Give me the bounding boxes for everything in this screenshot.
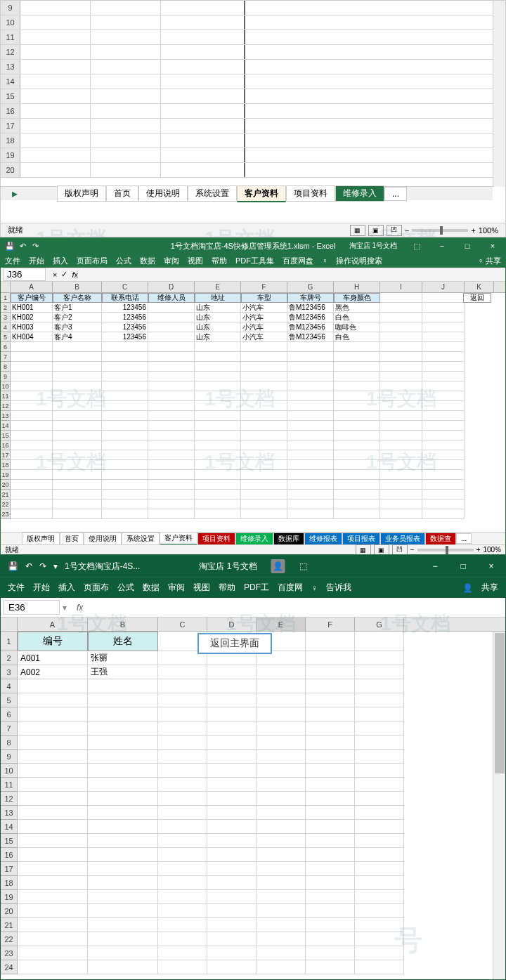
cell[interactable] bbox=[148, 322, 195, 332]
return-button[interactable]: 返回 bbox=[463, 293, 491, 303]
ribbon-pdf[interactable]: PDF工具集 bbox=[235, 256, 274, 266]
view-normal-icon[interactable]: ▦ bbox=[350, 225, 365, 236]
row-header[interactable]: 23 bbox=[1, 946, 18, 960]
row-header[interactable]: 8 bbox=[1, 362, 11, 372]
zoom-plus[interactable]: + bbox=[476, 546, 481, 554]
cell[interactable]: 小汽车 bbox=[241, 303, 287, 313]
tab-copyright[interactable]: 版权声明 bbox=[22, 533, 60, 545]
cell[interactable]: 客户2 bbox=[53, 313, 102, 322]
avatar[interactable]: 👤 bbox=[271, 559, 285, 573]
ribbon-view[interactable]: 视图 bbox=[188, 256, 203, 266]
col-header[interactable]: E bbox=[195, 282, 241, 292]
col-header[interactable]: G bbox=[355, 618, 404, 631]
row-header[interactable]: 3 bbox=[1, 665, 18, 679]
table-row[interactable]: 2KH001客户1123456山东小汽车鲁M123456黑色 bbox=[1, 303, 505, 313]
ribbon-file[interactable]: 文件 bbox=[5, 256, 20, 266]
row-header[interactable]: 19 bbox=[1, 470, 11, 480]
row-header[interactable]: 13 bbox=[1, 411, 11, 421]
table-row[interactable]: 5 bbox=[1, 693, 505, 707]
ribbon-help[interactable]: 帮助 bbox=[219, 582, 235, 594]
col-header[interactable]: I bbox=[380, 282, 422, 292]
table-row[interactable]: 15 bbox=[1, 834, 505, 848]
col-header[interactable]: G bbox=[287, 282, 334, 292]
row-header[interactable]: 11 bbox=[1, 30, 20, 44]
col-header[interactable]: C bbox=[102, 282, 148, 292]
ribbon-home[interactable]: 开始 bbox=[29, 256, 44, 266]
row-header[interactable]: 13 bbox=[1, 60, 20, 74]
row-header[interactable]: 18 bbox=[1, 460, 11, 470]
row-header[interactable]: 20 bbox=[1, 163, 20, 177]
tab-data-query[interactable]: 数据查 bbox=[425, 533, 456, 545]
cell[interactable]: 山东 bbox=[195, 332, 241, 342]
cell[interactable]: A002 bbox=[18, 665, 88, 679]
table-row[interactable]: 17 bbox=[1, 450, 505, 460]
table-row[interactable]: 15 bbox=[1, 431, 505, 440]
cell[interactable] bbox=[148, 303, 195, 313]
row-header[interactable]: 17 bbox=[1, 119, 20, 133]
row-header[interactable]: 10 bbox=[1, 15, 20, 30]
ribbon-share[interactable]: 共享 bbox=[481, 582, 498, 594]
table-row[interactable]: 14 bbox=[1, 421, 505, 431]
select-all-corner[interactable] bbox=[1, 282, 11, 292]
row-header[interactable]: 10 bbox=[1, 381, 11, 391]
grid-body[interactable]: 1编号姓名 返回主界面 2A001张丽3A002王强45678910111213… bbox=[1, 632, 505, 974]
table-row[interactable]: 11 bbox=[1, 391, 505, 401]
table-row[interactable]: 16 bbox=[1, 848, 505, 862]
row-header[interactable]: 3 bbox=[1, 313, 11, 322]
zoom-slider[interactable] bbox=[417, 549, 474, 551]
minimize-icon[interactable]: − bbox=[429, 238, 455, 254]
view-break-icon[interactable]: 凹 bbox=[387, 225, 402, 236]
zoom-minus[interactable]: − bbox=[405, 226, 409, 235]
row-header[interactable]: 12 bbox=[1, 401, 11, 411]
tab-home[interactable]: 首页 bbox=[106, 185, 138, 202]
account-link[interactable]: 淘宝店 1号文档 bbox=[349, 241, 397, 251]
col-header[interactable]: D bbox=[207, 618, 257, 631]
row-header[interactable]: 16 bbox=[1, 440, 11, 450]
tab-usage[interactable]: 使用说明 bbox=[84, 533, 122, 545]
ribbon-data[interactable]: 数据 bbox=[140, 256, 155, 266]
table-row[interactable]: 7 bbox=[1, 352, 505, 362]
view-break-icon[interactable]: 凹 bbox=[392, 544, 408, 556]
col-header[interactable]: B bbox=[88, 618, 158, 631]
row-header[interactable]: 18 bbox=[1, 133, 20, 148]
tab-settings[interactable]: 系统设置 bbox=[188, 185, 237, 202]
cell[interactable]: 客户4 bbox=[53, 332, 102, 342]
col-header[interactable]: H bbox=[334, 282, 380, 292]
table-row[interactable]: 19 bbox=[1, 148, 505, 163]
table-row[interactable]: 17 bbox=[1, 119, 505, 133]
table-row[interactable]: 22 bbox=[1, 499, 505, 509]
tab-project[interactable]: 项目资料 bbox=[197, 533, 235, 545]
header-cell[interactable]: 地址 bbox=[195, 293, 241, 303]
minimize-icon[interactable]: − bbox=[421, 556, 449, 577]
ribbon-layout[interactable]: 页面布局 bbox=[77, 256, 108, 266]
ribbon-review[interactable]: 审阅 bbox=[168, 582, 185, 594]
header-cell[interactable]: 维修人员 bbox=[148, 293, 195, 303]
tab-customer[interactable]: 客户资料 bbox=[160, 532, 197, 545]
col-header[interactable]: E bbox=[257, 618, 306, 631]
table-row[interactable]: 12 bbox=[1, 45, 505, 60]
row-header[interactable]: 21 bbox=[1, 490, 11, 499]
table-row[interactable]: 22 bbox=[1, 932, 505, 946]
namebox-dropdown-icon[interactable]: ▾ bbox=[63, 603, 67, 613]
tab-db[interactable]: 数据库 bbox=[273, 533, 304, 545]
table-row[interactable]: 16 bbox=[1, 440, 505, 450]
cell[interactable]: 小汽车 bbox=[241, 332, 287, 342]
cell[interactable]: 123456 bbox=[102, 313, 148, 322]
row-header[interactable]: 16 bbox=[1, 848, 18, 862]
row-header[interactable]: 1 bbox=[1, 293, 11, 303]
header-cell[interactable]: 客户编号 bbox=[11, 293, 53, 303]
col-header[interactable]: K bbox=[465, 282, 494, 292]
cell[interactable]: 白色 bbox=[334, 313, 380, 322]
row-header[interactable]: 6 bbox=[1, 707, 18, 721]
name-box[interactable] bbox=[4, 268, 46, 281]
row-header[interactable]: 7 bbox=[1, 721, 18, 736]
table-row[interactable]: 9 bbox=[1, 372, 505, 381]
fx-icon[interactable]: fx bbox=[77, 603, 83, 613]
cell[interactable]: KH004 bbox=[11, 332, 53, 342]
row-header[interactable]: 16 bbox=[1, 104, 20, 118]
row-header[interactable]: 24 bbox=[1, 960, 18, 974]
row-header[interactable]: 5 bbox=[1, 693, 18, 707]
cell[interactable]: 小汽车 bbox=[241, 322, 287, 332]
cell[interactable] bbox=[148, 332, 195, 342]
cell[interactable]: 123456 bbox=[102, 303, 148, 313]
